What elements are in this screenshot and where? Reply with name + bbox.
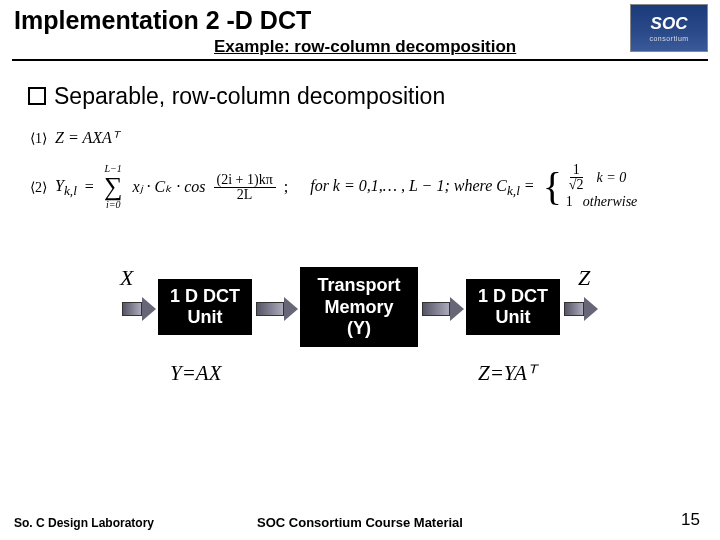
- eq1-body: Z = AXAᵀ: [55, 124, 118, 153]
- soc-logo: SOC consortium: [630, 4, 708, 52]
- arrow-2: [256, 297, 298, 321]
- sum-icon: L−1 ∑ i=0: [104, 164, 123, 210]
- logo-text: SOC: [651, 15, 688, 32]
- arrow-1: [122, 297, 156, 321]
- equals: =: [85, 173, 94, 202]
- bullet-square-icon: [28, 87, 46, 105]
- eq2-label: ⟨2⟩: [30, 175, 47, 200]
- equation-1: ⟨1⟩ Z = AXAᵀ: [30, 124, 720, 153]
- eq2-lhs: Yk,l: [55, 172, 77, 203]
- input-x-label: X: [120, 265, 133, 291]
- page-title: Implementation 2 -D DCT: [14, 6, 706, 35]
- logo-subtext: consortium: [649, 35, 688, 42]
- title-area: Implementation 2 -D DCT Example: row-col…: [0, 0, 720, 57]
- equations: ⟨1⟩ Z = AXAᵀ ⟨2⟩ Yk,l = L−1 ∑ i=0 xⱼ · C…: [30, 124, 720, 211]
- arrow-4: [564, 297, 598, 321]
- title-rule: [12, 59, 708, 61]
- eq2-cases: { 1 √2 k = 0 1 otherwise: [543, 163, 638, 212]
- eq2-fraction: (2i + 1)kπ 2L: [214, 173, 276, 202]
- block-memory: Transport Memory (Y): [300, 267, 418, 347]
- case-2: 1 otherwise: [566, 192, 637, 212]
- equation-2: ⟨2⟩ Yk,l = L−1 ∑ i=0 xⱼ · Cₖ · cos (2i +…: [30, 163, 720, 212]
- bullet-text: Separable, row-column decomposition: [54, 83, 445, 110]
- block-diagram: X 1 D DCT Unit Transport Memory (Y) 1 D …: [0, 259, 720, 409]
- eq-z-yat: Z=YAᵀ: [478, 361, 535, 386]
- eq-y-ax: Y=AX: [170, 361, 222, 386]
- case-1: 1 √2 k = 0: [566, 163, 637, 192]
- block-dct-1: 1 D DCT Unit: [158, 279, 252, 335]
- eq1-label: ⟨1⟩: [30, 126, 47, 151]
- brace-icon: {: [543, 171, 562, 203]
- bullet-item: Separable, row-column decomposition: [28, 83, 720, 110]
- eq2-term: xⱼ · Cₖ · cos: [132, 173, 205, 202]
- eq2-cond: for k = 0,1,… , L − 1; where Ck,l =: [310, 172, 534, 203]
- block-dct-2: 1 D DCT Unit: [466, 279, 560, 335]
- footer-center: SOC Consortium Course Material: [0, 515, 720, 530]
- page-number: 15: [681, 510, 700, 530]
- arrow-3: [422, 297, 464, 321]
- output-z-label: Z: [578, 265, 590, 291]
